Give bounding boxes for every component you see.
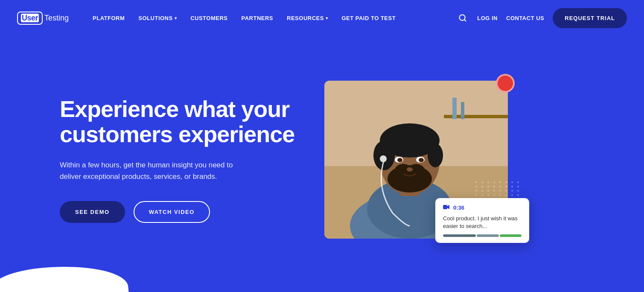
nav-customers[interactable]: CUSTOMERS xyxy=(184,0,234,36)
feedback-card: 0:36 Cool product. I just wish it was ea… xyxy=(435,198,529,243)
svg-point-20 xyxy=(419,158,424,162)
feedback-timestamp: 0:36 xyxy=(453,204,464,211)
logo-testing-text: Testing xyxy=(44,14,69,23)
nav-solutions[interactable]: SOLUTIONS ▾ xyxy=(131,0,184,36)
search-icon xyxy=(458,14,467,22)
svg-point-16 xyxy=(407,164,425,181)
search-button[interactable] xyxy=(457,12,469,24)
feedback-header: 0:36 xyxy=(443,204,522,211)
nav-partners[interactable]: PARTNERS xyxy=(235,0,280,36)
hero-section: Experience what your customers experienc… xyxy=(0,36,644,292)
feedback-bar xyxy=(443,234,522,237)
nav-right: LOG IN CONTACT US REQUEST TRIAL xyxy=(457,8,627,28)
svg-point-13 xyxy=(428,143,443,167)
video-icon xyxy=(443,204,450,211)
nav-resources[interactable]: RESOURCES ▾ xyxy=(280,0,335,36)
record-indicator xyxy=(496,74,515,93)
svg-rect-5 xyxy=(452,98,457,119)
navbar: User Testing PLATFORM SOLUTIONS ▾ CUSTOM… xyxy=(0,0,644,36)
hero-buttons: SEE DEMO WATCH VIDEO xyxy=(60,201,299,223)
svg-point-21 xyxy=(407,167,413,172)
hero-image-area: for(let i=0; i<48; i++) document.current… xyxy=(324,81,508,239)
svg-point-12 xyxy=(373,140,395,170)
svg-point-19 xyxy=(397,158,402,162)
contact-link[interactable]: CONTACT US xyxy=(506,15,544,21)
logo-user-text: User xyxy=(21,14,39,22)
svg-rect-23 xyxy=(443,205,447,209)
solutions-chevron-icon: ▾ xyxy=(175,16,177,20)
bar-segment-3 xyxy=(500,234,522,237)
hero-title: Experience what your customers experienc… xyxy=(60,96,299,147)
logo[interactable]: User Testing xyxy=(17,12,69,25)
nav-platform[interactable]: PLATFORM xyxy=(86,0,131,36)
svg-point-22 xyxy=(380,155,387,162)
bar-segment-1 xyxy=(443,234,476,237)
request-trial-button[interactable]: REQUEST TRIAL xyxy=(553,8,627,28)
hero-subtitle: Within a few hours, get the human insigh… xyxy=(60,159,256,182)
nav-get-paid[interactable]: GET PAID TO TEST xyxy=(335,0,402,36)
hero-content: Experience what your customers experienc… xyxy=(60,96,299,223)
resources-chevron-icon: ▾ xyxy=(326,16,328,20)
login-link[interactable]: LOG IN xyxy=(477,15,498,21)
svg-line-1 xyxy=(464,20,466,21)
see-demo-button[interactable]: SEE DEMO xyxy=(60,201,125,223)
nav-links: PLATFORM SOLUTIONS ▾ CUSTOMERS PARTNERS … xyxy=(86,0,457,36)
svg-rect-6 xyxy=(461,102,464,119)
bar-segment-2 xyxy=(477,234,498,237)
feedback-quote: Cool product. I just wish it was easier … xyxy=(443,215,522,230)
watch-video-button[interactable]: WATCH VIDEO xyxy=(134,201,210,223)
